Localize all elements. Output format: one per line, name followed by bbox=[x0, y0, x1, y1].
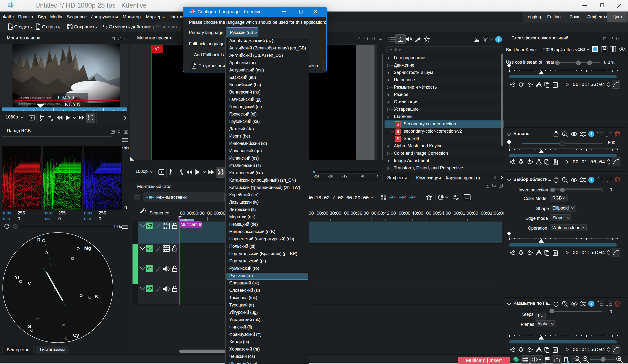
svg-text:UMAR: UMAR bbox=[58, 95, 75, 101]
svg-text:T: T bbox=[556, 358, 558, 362]
svg-text:B: B bbox=[94, 294, 98, 299]
svg-text:G: G bbox=[27, 324, 31, 329]
svg-text:R: R bbox=[37, 237, 41, 242]
svg-text:Yl: Yl bbox=[15, 275, 19, 280]
svg-text:KEYN: KEYN bbox=[65, 101, 81, 107]
svg-text:Cy: Cy bbox=[73, 333, 79, 338]
svg-text:SUBSCRIBE GOOD MUSIC IS HERE: SUBSCRIBE GOOD MUSIC IS HERE bbox=[18, 97, 51, 99]
svg-text:Mg: Mg bbox=[84, 245, 91, 251]
svg-text:20: 20 bbox=[17, 45, 19, 47]
